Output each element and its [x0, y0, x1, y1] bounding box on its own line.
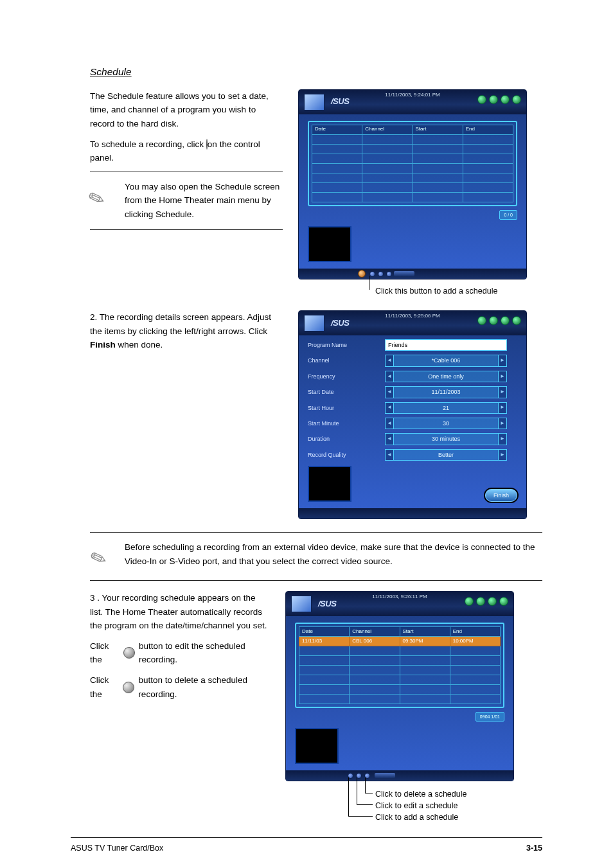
field-frequency[interactable]: ◄One time only► — [385, 371, 507, 382]
preview-box — [308, 466, 351, 502]
field-duration[interactable]: ◄30 minutes► — [385, 433, 507, 445]
note-1-text: You may also open the Schedule screen fr… — [125, 180, 283, 222]
intro-paragraph-1: The Schedule feature allows you to set a… — [90, 89, 283, 131]
lbl-program-name: Program Name — [308, 339, 378, 351]
titlebar-window-controls — [465, 597, 508, 606]
titlebar-datetime: 11/11/2003, 9:25:06 PM — [385, 312, 440, 321]
lbl-frequency: Frequency — [308, 371, 378, 382]
col-start: Start — [400, 627, 450, 637]
window-titlebar: /SUS 11/11/2003, 9:25:06 PM — [299, 311, 526, 335]
field-start-date[interactable]: ◄11/11/2003► — [385, 386, 507, 398]
arrow-left-icon[interactable]: ◄ — [385, 386, 394, 398]
pager-chip: 0904 1/01 — [475, 712, 504, 722]
pencil-note-icon: ✎ — [84, 177, 122, 225]
recording-form: Program Name Friends Channel ◄*Cable 006… — [299, 335, 526, 466]
note-2: ✎ Before scheduling a recording from an … — [90, 532, 542, 581]
titlebar-btn-3[interactable] — [501, 95, 510, 104]
schedule-table: Date Channel Start End — [312, 125, 513, 202]
bottom-control-bar — [299, 508, 526, 518]
titlebar-btn-3[interactable] — [501, 316, 510, 325]
arrow-left-icon[interactable]: ◄ — [385, 418, 394, 429]
arrow-right-icon[interactable]: ► — [498, 355, 507, 366]
field-channel[interactable]: ◄*Cable 006► — [385, 355, 507, 366]
titlebar-btn-1[interactable] — [465, 597, 474, 606]
step-3-delete-line: Click the button to delete a scheduled r… — [90, 673, 270, 701]
col-channel: Channel — [350, 627, 400, 637]
titlebar-window-controls — [477, 95, 521, 104]
step-3-edit-line: Click the button to edit the scheduled r… — [90, 639, 270, 667]
cell-channel: CBL 006 — [350, 637, 400, 646]
note-1: ✎ You may also open the Schedule screen … — [90, 172, 283, 230]
intro-p2-text-a: To schedule a recording, click — [90, 139, 204, 149]
table-row[interactable]: 11/11/03 CBL 006 09:30PM 10:00PM — [299, 637, 501, 646]
col-date: Date — [299, 627, 350, 637]
titlebar-datetime: 11/11/2003, 9:24:01 PM — [385, 91, 440, 100]
cell-date: 11/11/03 — [299, 637, 350, 646]
cell-start: 09:30PM — [400, 637, 450, 646]
callout-add-schedule: Click this button to add a schedule — [298, 279, 527, 299]
field-program-name[interactable]: Friends — [385, 339, 507, 351]
arrow-left-icon[interactable]: ◄ — [385, 433, 394, 445]
window-titlebar: /SUS 11/11/2003, 9:26:11 PM — [286, 592, 513, 616]
titlebar-btn-4[interactable] — [512, 316, 521, 325]
asus-logo: /SUS — [331, 95, 349, 109]
edit-schedule-icon — [123, 647, 135, 659]
finish-word: Finish — [90, 340, 116, 350]
bottom-bar-slot — [394, 271, 414, 276]
callout-add-label: Click to add a schedule — [375, 811, 458, 824]
asus-logo: /SUS — [331, 317, 349, 330]
bottom-dot-3[interactable] — [386, 271, 392, 277]
add-schedule-knob[interactable] — [358, 270, 366, 278]
cell-end: 10:00PM — [450, 637, 500, 646]
section-heading: Schedule — [90, 64, 542, 80]
pager-chip: 0 / 0 — [499, 210, 517, 220]
step-3-text: 3 . Your recording schedule appears on t… — [90, 591, 270, 633]
titlebar-btn-3[interactable] — [488, 597, 497, 606]
titlebar-datetime: 11/11/2003, 9:26:11 PM — [372, 593, 427, 601]
bottom-bar-slot — [375, 773, 395, 778]
footer-page-number: 3-15 — [526, 842, 542, 855]
field-start-hour[interactable]: ◄21► — [385, 402, 507, 414]
callouts-group: Click to delete a schedule Click to edit… — [285, 781, 568, 837]
titlebar-btn-4[interactable] — [512, 95, 521, 104]
schedule-table: Date Channel Start End 11/11/03 CBL 006 … — [299, 626, 501, 704]
titlebar-btn-1[interactable] — [477, 95, 486, 104]
arrow-left-icon[interactable]: ◄ — [385, 355, 394, 366]
titlebar-btn-2[interactable] — [489, 316, 498, 325]
bottom-control-bar — [299, 269, 526, 279]
arrow-right-icon[interactable]: ► — [498, 418, 507, 429]
intro-paragraph-2: To schedule a recording, click on the co… — [90, 137, 283, 165]
preview-box — [308, 226, 351, 262]
arrow-right-icon[interactable]: ► — [498, 386, 507, 398]
monitor-icon — [304, 315, 324, 332]
lbl-start-date: Start Date — [308, 386, 378, 398]
arrow-right-icon[interactable]: ► — [498, 371, 507, 382]
arrow-right-icon[interactable]: ► — [498, 402, 507, 414]
lbl-start-minute: Start Minute — [308, 418, 378, 429]
titlebar-btn-2[interactable] — [476, 597, 485, 606]
arrow-left-icon[interactable]: ◄ — [385, 449, 394, 461]
field-record-quality[interactable]: ◄Better► — [385, 449, 507, 461]
screenshot-schedule-empty: /SUS 11/11/2003, 9:24:01 PM Date — [298, 89, 527, 279]
titlebar-btn-1[interactable] — [477, 316, 486, 325]
lbl-duration: Duration — [308, 433, 378, 445]
arrow-left-icon[interactable]: ◄ — [385, 402, 394, 414]
lbl-channel: Channel — [308, 355, 378, 366]
arrow-right-icon[interactable]: ► — [498, 449, 507, 461]
pencil-note-icon: ✎ — [85, 537, 121, 576]
input-program-name[interactable]: Friends — [385, 339, 507, 351]
schedule-table-wrap: Date Channel Start End 11/11/03 CBL 006 … — [295, 623, 504, 708]
col-start: Start — [413, 125, 463, 134]
delete-schedule-icon — [123, 682, 134, 693]
monitor-icon — [304, 94, 324, 111]
arrow-left-icon[interactable]: ◄ — [385, 371, 394, 382]
field-start-minute[interactable]: ◄30► — [385, 418, 507, 429]
step-2-text: 2. The recording details screen appears.… — [90, 310, 283, 352]
arrow-right-icon[interactable]: ► — [498, 433, 507, 445]
bottom-dot-2[interactable] — [378, 271, 384, 277]
window-titlebar: /SUS 11/11/2003, 9:24:01 PM — [299, 90, 526, 114]
titlebar-btn-2[interactable] — [489, 95, 498, 104]
bottom-dot-1[interactable] — [369, 271, 375, 277]
finish-button[interactable]: Finish — [485, 489, 517, 502]
titlebar-btn-4[interactable] — [499, 597, 508, 606]
